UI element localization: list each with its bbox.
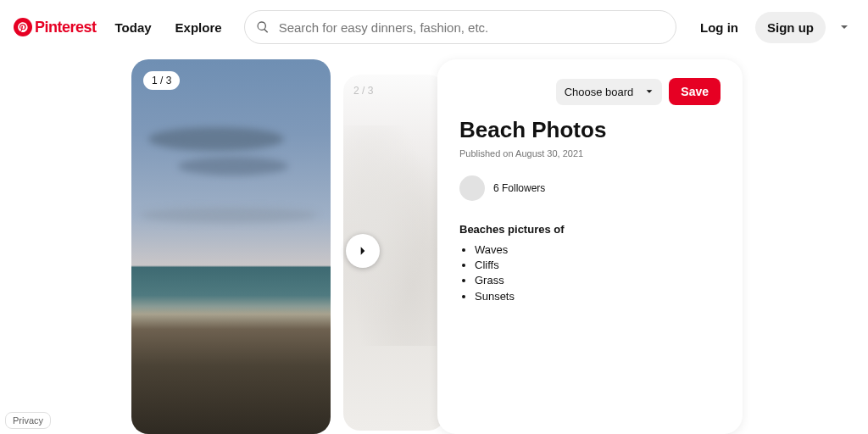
pin-title: Beach Photos bbox=[459, 117, 721, 143]
carousel-next-button[interactable] bbox=[346, 234, 380, 268]
chevron-down-icon bbox=[839, 22, 849, 32]
list-item: Grass bbox=[475, 273, 721, 288]
pinterest-logo-icon bbox=[14, 18, 32, 36]
nav-today[interactable]: Today bbox=[107, 12, 160, 43]
carousel-badge-current: 1 / 3 bbox=[143, 71, 180, 90]
pin-list: Waves Cliffs Grass Sunsets bbox=[459, 242, 721, 304]
pinterest-logo[interactable]: Pinterest bbox=[14, 18, 97, 36]
pinterest-wordmark: Pinterest bbox=[35, 19, 97, 36]
login-button[interactable]: Log in bbox=[690, 12, 748, 43]
pin-published: Published on August 30, 2021 bbox=[459, 148, 721, 159]
save-button[interactable]: Save bbox=[669, 78, 721, 105]
chevron-down-icon bbox=[645, 87, 654, 96]
privacy-link[interactable]: Privacy bbox=[5, 412, 51, 429]
followers-count: 6 Followers bbox=[493, 182, 545, 194]
carousel-badge-next: 2 / 3 bbox=[353, 85, 373, 97]
chevron-right-icon bbox=[357, 245, 369, 257]
pin-list-heading: Beaches pictures of bbox=[459, 223, 721, 236]
header: Pinterest Today Explore Log in Sign up bbox=[0, 0, 868, 54]
beach-photo bbox=[131, 59, 331, 434]
account-menu-button[interactable] bbox=[834, 17, 854, 37]
list-item: Cliffs bbox=[475, 258, 721, 273]
pin-detail-card: Choose board Save Beach Photos Published… bbox=[437, 59, 743, 434]
nav-explore[interactable]: Explore bbox=[167, 12, 231, 43]
search-icon bbox=[256, 20, 270, 34]
list-item: Sunsets bbox=[475, 289, 721, 304]
signup-button[interactable]: Sign up bbox=[755, 12, 826, 43]
choose-board-label: Choose board bbox=[565, 86, 634, 98]
list-item: Waves bbox=[475, 242, 721, 258]
search-input[interactable] bbox=[244, 10, 676, 44]
search-wrap bbox=[244, 10, 676, 44]
choose-board-dropdown[interactable]: Choose board bbox=[556, 79, 663, 105]
pin-actions: Choose board Save bbox=[459, 78, 721, 105]
author-row[interactable]: 6 Followers bbox=[459, 175, 721, 201]
content: 2 / 3 1 / 3 Choose board Save Beach Phot… bbox=[0, 54, 868, 434]
avatar bbox=[459, 175, 485, 201]
carousel-card-current[interactable]: 1 / 3 bbox=[131, 59, 331, 434]
